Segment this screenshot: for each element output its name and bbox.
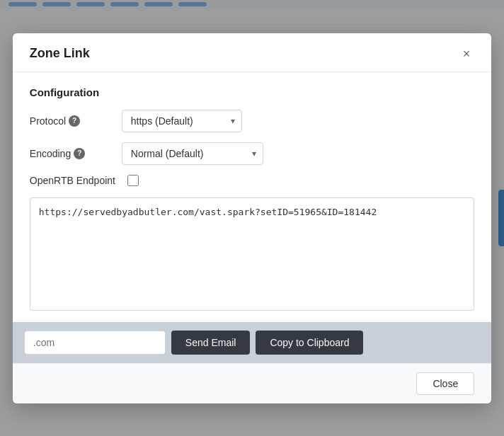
protocol-select-wrap: https (Default) http ▾ xyxy=(122,110,242,132)
email-input[interactable] xyxy=(24,331,166,355)
page-background: Zone Link × Configuration Protocol ? htt… xyxy=(0,0,504,436)
send-email-button[interactable]: Send Email xyxy=(171,331,251,355)
encoding-label: Encoding ? xyxy=(30,148,122,159)
protocol-select[interactable]: https (Default) http xyxy=(122,110,242,132)
modal-footer-actions: Send Email Copy to Clipboard xyxy=(13,322,491,363)
encoding-row: Encoding ? Normal (Default) URL Encoded … xyxy=(30,142,474,165)
copy-to-clipboard-button[interactable]: Copy to Clipboard xyxy=(256,331,363,355)
modal-title: Zone Link xyxy=(30,46,90,61)
openrtb-label: OpenRTB Endpoint xyxy=(30,175,122,186)
encoding-select-wrap: Normal (Default) URL Encoded ▾ xyxy=(122,142,263,165)
zone-link-modal: Zone Link × Configuration Protocol ? htt… xyxy=(13,33,491,403)
encoding-select[interactable]: Normal (Default) URL Encoded xyxy=(122,142,263,165)
protocol-help-icon[interactable]: ? xyxy=(69,115,80,127)
close-button[interactable]: Close xyxy=(416,372,474,395)
modal-close-x-button[interactable]: × xyxy=(459,46,475,62)
protocol-row: Protocol ? https (Default) http ▾ xyxy=(30,110,474,132)
configuration-section-title: Configuration xyxy=(30,86,474,98)
modal-close-footer: Close xyxy=(13,363,491,403)
modal-overlay: Zone Link × Configuration Protocol ? htt… xyxy=(0,0,504,436)
openrtb-checkbox[interactable] xyxy=(127,175,139,186)
modal-body: Configuration Protocol ? https (Default)… xyxy=(13,72,491,314)
encoding-help-icon[interactable]: ? xyxy=(74,148,85,159)
openrtb-row: OpenRTB Endpoint xyxy=(30,175,474,186)
url-textarea[interactable]: https://servedbyadbutler.com/vast.spark?… xyxy=(30,197,474,311)
modal-header: Zone Link × xyxy=(13,33,491,72)
protocol-label: Protocol ? xyxy=(30,115,122,127)
